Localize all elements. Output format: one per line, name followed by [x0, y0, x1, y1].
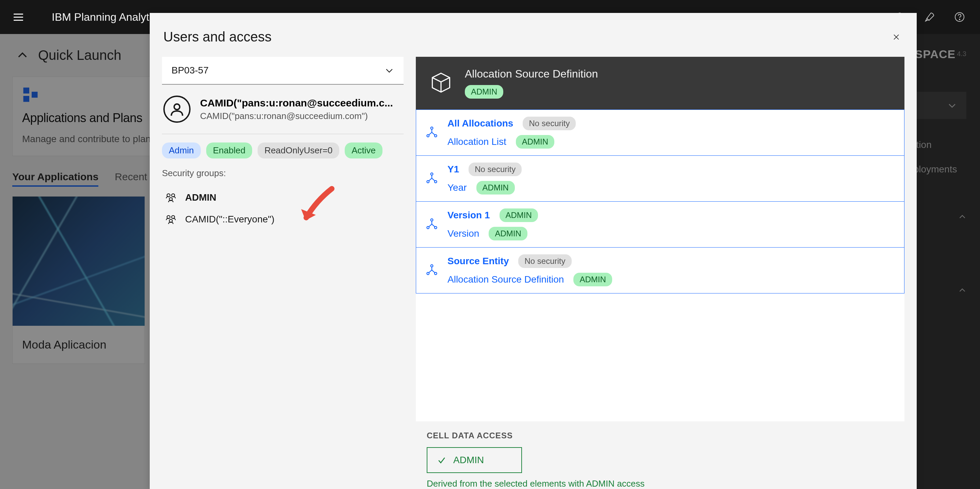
svg-point-13: [431, 127, 433, 129]
derived-access-text: Derived from the selected elements with …: [427, 478, 894, 489]
user-camid-secondary: CAMID("pans:u:ronan@succeedium.com"): [200, 111, 393, 121]
security-badge: No security: [469, 162, 522, 176]
cell-access-value-box: ADMIN: [427, 447, 522, 473]
dimension-row: Source Entity No security Allocation Sou…: [416, 248, 904, 294]
user-avatar-icon: [163, 95, 191, 123]
security-groups-label: Security groups:: [162, 168, 404, 179]
dimension-row: Y1 No security Year ADMIN: [416, 156, 904, 202]
pill-admin: Admin: [162, 143, 201, 159]
dimension-element-link[interactable]: All Allocations: [447, 118, 513, 129]
hierarchy-icon: [426, 172, 438, 185]
svg-point-22: [431, 265, 433, 267]
close-icon: [891, 32, 901, 42]
svg-point-19: [431, 219, 433, 221]
help-icon[interactable]: [953, 10, 966, 24]
close-button[interactable]: [889, 30, 903, 44]
brand-title: IBM Planning Analytics: [52, 11, 163, 24]
cube-access-panel: Allocation Source Definition ADMIN All A…: [416, 57, 904, 489]
security-badge: No security: [523, 117, 576, 130]
cube-header: Allocation Source Definition ADMIN: [416, 57, 904, 110]
group-item-admin[interactable]: ADMIN: [162, 187, 404, 208]
user-identity-block: CAMID("pans:u:ronan@succeedium.c... CAMI…: [162, 95, 404, 134]
cell-data-access-label: CELL DATA ACCESS: [427, 431, 894, 440]
group-item-everyone[interactable]: CAMID("::Everyone"): [162, 208, 404, 230]
svg-point-16: [431, 173, 433, 175]
user-info-panel: BP03-57 CAMID("pans:u:ronan@succeedium.c…: [162, 57, 404, 489]
dimension-name-link[interactable]: Allocation List: [447, 137, 506, 147]
cell-data-access-section: CELL DATA ACCESS ADMIN Derived from the …: [416, 421, 904, 489]
security-badge: ADMIN: [516, 135, 554, 149]
users-access-modal: Users and access BP03-57 CAMID("pans:u:r…: [150, 13, 917, 489]
cube-access-badge: ADMIN: [465, 85, 503, 98]
cube-icon: [430, 71, 453, 95]
group-icon: [165, 191, 177, 204]
dimension-name-link[interactable]: Version: [447, 228, 479, 239]
dimension-element-link[interactable]: Y1: [447, 164, 459, 175]
group-icon: [165, 213, 177, 225]
hierarchy-icon: [426, 126, 438, 140]
dimension-row: Version 1 ADMIN Version ADMIN: [416, 202, 904, 248]
group-name: CAMID("::Everyone"): [185, 214, 275, 225]
cube-title: Allocation Source Definition: [465, 68, 598, 80]
dimension-name-link[interactable]: Allocation Source Definition: [447, 274, 564, 285]
security-badge: No security: [518, 254, 571, 268]
annotation-arrow-icon: [293, 184, 340, 231]
pill-readonly: ReadOnlyUser=0: [258, 143, 339, 159]
modal-title: Users and access: [163, 29, 272, 44]
user-status-pills: Admin Enabled ReadOnlyUser=0 Active: [162, 143, 404, 159]
cell-access-value: ADMIN: [453, 455, 484, 465]
dimension-element-link[interactable]: Version 1: [447, 210, 490, 221]
database-dropdown-value: BP03-57: [172, 65, 208, 76]
security-badge: ADMIN: [500, 208, 538, 222]
security-badge: ADMIN: [488, 227, 527, 240]
dimensions-list: All Allocations No security Allocation L…: [416, 110, 904, 421]
dimension-name-link[interactable]: Year: [447, 182, 467, 193]
group-name: ADMIN: [185, 192, 216, 203]
checkmark-icon: [437, 455, 447, 465]
pill-active: Active: [345, 143, 382, 159]
menu-icon[interactable]: [14, 10, 27, 24]
rocket-icon[interactable]: [923, 10, 937, 24]
chevron-down-icon: [385, 66, 394, 75]
database-dropdown[interactable]: BP03-57: [162, 57, 404, 85]
pill-enabled: Enabled: [206, 143, 252, 159]
svg-point-6: [174, 104, 180, 110]
dimension-row: All Allocations No security Allocation L…: [416, 110, 904, 156]
hierarchy-icon: [426, 264, 438, 277]
security-badge: ADMIN: [476, 181, 515, 195]
svg-point-2: [959, 19, 960, 20]
hierarchy-icon: [426, 218, 438, 231]
security-badge: ADMIN: [573, 273, 612, 286]
user-camid-primary: CAMID("pans:u:ronan@succeedium.c...: [200, 97, 393, 109]
dimension-element-link[interactable]: Source Entity: [447, 256, 509, 267]
